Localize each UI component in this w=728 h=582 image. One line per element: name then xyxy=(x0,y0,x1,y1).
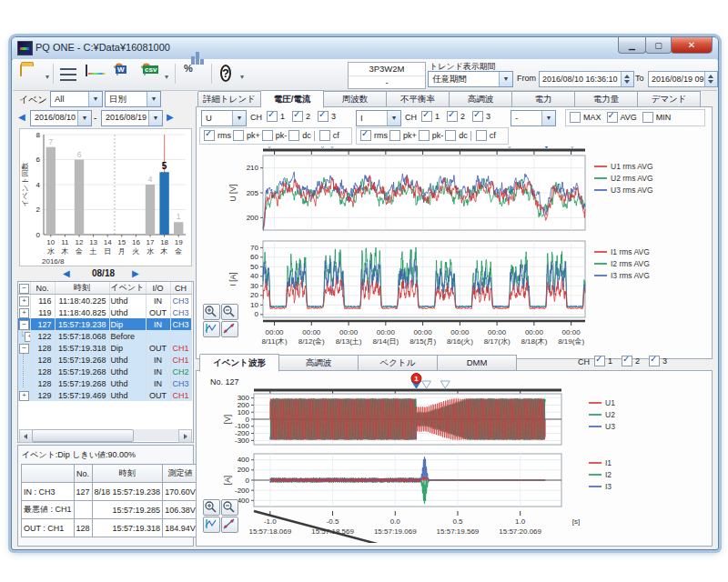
checkbox-AVG[interactable]: AVG xyxy=(607,112,637,123)
to-datetime-input[interactable]: 2016/08/19 09:02:41 xyxy=(648,71,718,87)
checkbox-MAX[interactable]: MAX xyxy=(570,112,602,123)
row-expander[interactable]: └+ xyxy=(18,330,30,342)
event-row[interactable]: └+12215:57:18.068Before xyxy=(18,330,191,342)
event-row[interactable]: 12815:57:19.268UthdINCH3 xyxy=(18,377,191,389)
checkbox-box[interactable] xyxy=(318,111,329,122)
event-filter-select[interactable]: All▼ xyxy=(50,91,103,107)
wave-tab-2[interactable]: ベクトル xyxy=(359,355,438,371)
event-row[interactable]: −12715:57:19.238DipINCH3 xyxy=(18,318,191,330)
checkbox-box[interactable] xyxy=(267,111,278,122)
trend-tab-1[interactable]: 電圧/電流 xyxy=(261,90,324,108)
trend-charts[interactable]: 200205210U [V]010203040506070I [A]00:008… xyxy=(197,146,709,357)
wave-tab-3[interactable]: DMM xyxy=(438,355,517,371)
checkbox-rms[interactable]: rms xyxy=(204,130,231,141)
trend-tab-7[interactable]: デマンド xyxy=(638,91,701,107)
vertical-cursor-button[interactable] xyxy=(203,321,220,337)
trend-tab-6[interactable]: 電力量 xyxy=(575,91,638,107)
checkbox-box[interactable] xyxy=(419,130,430,141)
maximize-button[interactable]: ▢ xyxy=(645,37,672,54)
trend-tab-4[interactable]: 高調波 xyxy=(450,91,512,107)
event-table[interactable]: −No.時刻イベントI/OCH+11611:18:40.225UthdINCH3… xyxy=(18,282,192,401)
spinner-icon[interactable] xyxy=(704,72,717,86)
event-row[interactable]: 12815:57:19.268UthdINCH1 xyxy=(18,354,191,366)
zoom-out-button[interactable] xyxy=(221,499,238,516)
checkbox-2[interactable]: 2 xyxy=(447,111,465,122)
checkbox-box[interactable] xyxy=(288,130,299,141)
wave-tab-1[interactable]: 高調波 xyxy=(279,355,359,371)
zoom-in-button[interactable] xyxy=(203,304,220,320)
checkbox-box[interactable] xyxy=(642,112,653,123)
checkbox-MIN[interactable]: MIN xyxy=(642,112,672,123)
spinner-icon[interactable] xyxy=(621,72,633,86)
scrollbar-thumb[interactable] xyxy=(32,429,134,442)
checkbox-dc[interactable]: dc xyxy=(445,130,468,141)
checkbox-2[interactable]: 2 xyxy=(622,356,640,366)
checkbox-box[interactable] xyxy=(389,130,400,141)
checkbox-box[interactable] xyxy=(649,356,660,366)
event-row[interactable]: −12815:57:19.318DipOUTCH1 xyxy=(18,342,191,354)
wave-tab-0[interactable]: イベント波形 xyxy=(199,354,279,372)
checkbox-cf[interactable]: cf xyxy=(319,130,339,141)
help-button[interactable]: ?▾ xyxy=(220,62,231,85)
waveform-charts[interactable]: No. 12713002001000-100-200-300[V]4002000… xyxy=(197,372,709,543)
waveform-viewer-button[interactable] xyxy=(86,62,87,85)
checkbox-pk-[interactable]: pk- xyxy=(262,130,288,141)
vertical-cursor-button[interactable] xyxy=(203,517,220,533)
row-expander[interactable] xyxy=(18,354,30,366)
checkbox-box[interactable] xyxy=(594,356,605,366)
checkbox-1[interactable]: 1 xyxy=(421,111,440,122)
checkbox-2[interactable]: 2 xyxy=(292,111,310,122)
event-count-bar-chart[interactable]: 02468710水11木612金13土14日15月16火417水518木119金… xyxy=(19,128,192,266)
from-datetime-input[interactable]: 2016/08/10 16:36:10 xyxy=(539,71,634,87)
checkbox-pk+[interactable]: pk+ xyxy=(389,130,417,141)
close-button[interactable]: ✕ xyxy=(671,37,713,54)
checkbox-box[interactable] xyxy=(421,111,432,122)
horizontal-scrollbar[interactable] xyxy=(19,429,192,441)
row-expander[interactable]: + xyxy=(18,389,30,401)
checkbox-3[interactable]: 3 xyxy=(318,111,336,122)
param2-select[interactable]: I▼ xyxy=(356,110,401,126)
row-expander[interactable]: − xyxy=(18,342,30,354)
checkbox-box[interactable] xyxy=(472,111,483,122)
checkbox-dc[interactable]: dc xyxy=(288,130,311,141)
trend-tab-3[interactable]: 不平衡率 xyxy=(387,91,450,107)
param1-select[interactable]: U▼ xyxy=(201,110,247,126)
param3-select[interactable]: -▼ xyxy=(511,110,556,126)
scroll-right-button[interactable] xyxy=(178,429,192,443)
event-row[interactable]: +11911:18:40.825UthdOUTCH3 xyxy=(18,306,191,318)
checkbox-box[interactable] xyxy=(262,130,273,141)
event-row[interactable]: +12915:57:19.469UthdOUTCH1 xyxy=(18,389,191,401)
row-expander[interactable]: + xyxy=(18,306,30,318)
event-row[interactable]: 12815:57:19.268UthdINCH2 xyxy=(18,366,191,377)
checkbox-rms[interactable]: rms xyxy=(360,130,388,141)
event-row[interactable]: +11611:18:40.225UthdINCH3 xyxy=(18,295,191,307)
checkbox-pk+[interactable]: pk+ xyxy=(233,130,260,141)
title-bar[interactable]: PQ ONE - C:¥Data¥16081000 ▁ ▢ ✕ xyxy=(12,37,718,60)
checkbox-box[interactable] xyxy=(607,112,618,123)
date-from-select[interactable]: 2016/08/10▼ xyxy=(30,110,92,126)
export-csv-button[interactable]: ↶csv▾ xyxy=(144,62,146,85)
checkbox-pk-[interactable]: pk- xyxy=(419,130,444,141)
date-to-select[interactable]: 2016/08/19▼ xyxy=(101,110,163,126)
prev-day-button[interactable]: ◀ xyxy=(63,268,70,278)
trend-tab-5[interactable]: 電力 xyxy=(512,91,575,107)
trend-tab-0[interactable]: 詳細トレンド xyxy=(197,91,261,107)
next-day-button[interactable]: ▶ xyxy=(132,268,139,278)
checkbox-3[interactable]: 3 xyxy=(472,111,490,122)
period-select[interactable]: 任意期間▼ xyxy=(428,71,513,87)
row-expander[interactable]: − xyxy=(18,318,30,330)
checkbox-box[interactable] xyxy=(447,111,458,122)
trend-tab-2[interactable]: 周波数 xyxy=(324,91,387,107)
checkbox-box[interactable] xyxy=(622,356,632,366)
checkbox-1[interactable]: 1 xyxy=(594,356,612,366)
checkbox-box[interactable] xyxy=(570,112,581,123)
prev-range-button[interactable]: ◀ xyxy=(18,112,25,122)
checkbox-box[interactable] xyxy=(445,130,456,141)
row-expander[interactable]: + xyxy=(18,295,30,307)
zoom-out-button[interactable] xyxy=(221,304,238,320)
open-folder-button[interactable]: ▾ xyxy=(20,62,22,85)
row-expander[interactable] xyxy=(18,366,30,377)
checkbox-box[interactable] xyxy=(360,130,371,141)
expander-header[interactable]: − xyxy=(18,282,30,295)
checkbox-box[interactable] xyxy=(292,111,303,122)
